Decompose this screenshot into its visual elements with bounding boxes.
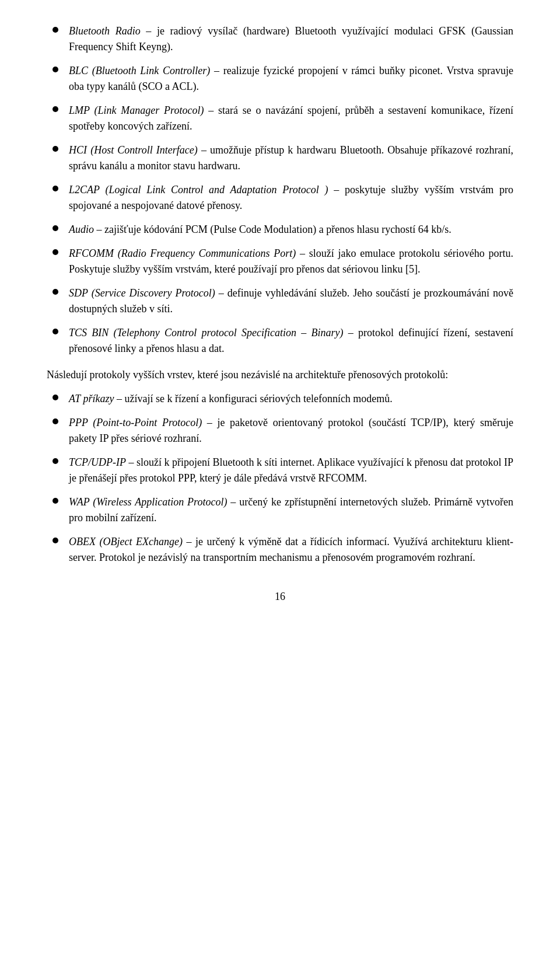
list-item: TCS BIN (Telephony Control protocol Spec… (47, 325, 513, 357)
bullet-icon (52, 146, 58, 152)
bullet-icon (52, 329, 58, 334)
list-item: AT příkazy – užívají se k řízení a konfi… (47, 391, 513, 407)
bullet-text: Bluetooth Radio – je radiový vysílač (ha… (69, 23, 513, 55)
bullet-icon (52, 67, 58, 72)
term: WAP (Wireless Application Protocol) (69, 496, 227, 508)
bullet-text: TCP/UDP-IP – slouží k připojení Bluetoot… (69, 455, 513, 486)
bullet-icon (52, 498, 58, 504)
term: TCS BIN (Telephony Control protocol Spec… (69, 327, 343, 339)
page: Bluetooth Radio – je radiový vysílač (ha… (0, 0, 560, 956)
bullet-text: OBEX (OBject EXchange) – je určený k vým… (69, 534, 513, 566)
term: SDP (Service Discovery Protocol) (69, 287, 215, 299)
bullet-icon (52, 106, 58, 112)
list-item: PPP (Point-to-Point Protocol) – je paket… (47, 415, 513, 446)
list-item: LMP (Link Manager Protocol) – stará se o… (47, 103, 513, 134)
bullet-icon (52, 458, 58, 464)
list-item: RFCOMM (Radio Frequency Communications P… (47, 246, 513, 277)
bullet-text: HCI (Host Controll Interface) – umožňuje… (69, 142, 513, 174)
term: LMP (Link Manager Protocol) (69, 104, 204, 116)
bullet-icon (52, 249, 58, 255)
term: BLC (Bluetooth Link Controller) (69, 65, 210, 76)
bullet-text: BLC (Bluetooth Link Controller) – realiz… (69, 63, 513, 95)
bullet-icon (52, 289, 58, 295)
main-bullet-list: Bluetooth Radio – je radiový vysílač (ha… (47, 23, 513, 357)
term: L2CAP (Logical Link Control and Adaptati… (69, 184, 328, 196)
term: Bluetooth Radio (69, 25, 141, 37)
term: PPP (Point-to-Point Protocol) (69, 417, 202, 428)
list-item: WAP (Wireless Application Protocol) – ur… (47, 494, 513, 526)
bullet-text: L2CAP (Logical Link Control and Adaptati… (69, 182, 513, 214)
list-item: SDP (Service Discovery Protocol) – defin… (47, 285, 513, 317)
bullet-icon (52, 538, 58, 543)
bullet-text: LMP (Link Manager Protocol) – stará se o… (69, 103, 513, 134)
list-item: OBEX (OBject EXchange) – je určený k vým… (47, 534, 513, 566)
bullet-icon (52, 186, 58, 191)
term: HCI (Host Controll Interface) (69, 144, 198, 156)
bullet-icon (52, 395, 58, 400)
list-item: Audio – zajišťuje kódování PCM (Pulse Co… (47, 222, 513, 238)
list-item: L2CAP (Logical Link Control and Adaptati… (47, 182, 513, 214)
bullet-icon (52, 418, 58, 424)
list-item: HCI (Host Controll Interface) – umožňuje… (47, 142, 513, 174)
term: AT příkazy (69, 393, 114, 404)
bullet-text: PPP (Point-to-Point Protocol) – je paket… (69, 415, 513, 446)
bullet-text: WAP (Wireless Application Protocol) – ur… (69, 494, 513, 526)
list-item: Bluetooth Radio – je radiový vysílač (ha… (47, 23, 513, 55)
bullet-text: AT příkazy – užívají se k řízení a konfi… (69, 391, 513, 407)
term: OBEX (OBject EXchange) (69, 536, 183, 547)
upper-bullet-list: AT příkazy – užívají se k řízení a konfi… (47, 391, 513, 566)
section-paragraph: Následují protokoly vyšších vrstev, kter… (47, 367, 513, 383)
list-item: BLC (Bluetooth Link Controller) – realiz… (47, 63, 513, 95)
page-number: 16 (47, 589, 513, 605)
list-item: TCP/UDP-IP – slouží k připojení Bluetoot… (47, 455, 513, 486)
bullet-icon (52, 27, 58, 33)
bullet-text: TCS BIN (Telephony Control protocol Spec… (69, 325, 513, 357)
term: RFCOMM (Radio Frequency Communications P… (69, 247, 296, 259)
bullet-icon (52, 225, 58, 231)
term: TCP/UDP-IP (69, 456, 126, 468)
bullet-text: RFCOMM (Radio Frequency Communications P… (69, 246, 513, 277)
bullet-text: Audio – zajišťuje kódování PCM (Pulse Co… (69, 222, 513, 238)
term: Audio (69, 224, 94, 235)
bullet-text: SDP (Service Discovery Protocol) – defin… (69, 285, 513, 317)
